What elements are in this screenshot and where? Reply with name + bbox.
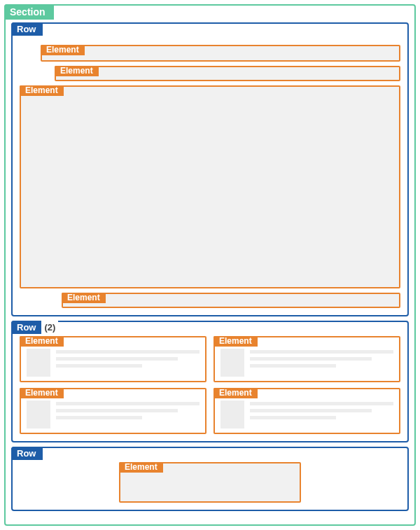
row-3: Row Element — [11, 447, 409, 511]
row-1: Row Element Element Element Element — [11, 22, 409, 316]
row-2-columns: Element Element — [20, 336, 400, 434]
row-3-element-1: Element — [119, 462, 301, 503]
placeholder-thumb — [220, 349, 244, 377]
placeholder-line — [250, 416, 336, 419]
placeholder-text — [56, 400, 200, 428]
row-2-col-left: Element Element — [20, 336, 206, 434]
placeholder-thumb — [27, 349, 50, 377]
row-1-element-1: Element — [41, 45, 400, 62]
placeholder-content — [220, 400, 393, 428]
row-2: Row (2) Element Element — [11, 321, 409, 442]
element-label: Element — [214, 388, 258, 398]
placeholder-line — [250, 350, 393, 354]
element-label: Element — [41, 45, 85, 55]
placeholder-line — [250, 402, 393, 405]
row-2-element-1: Element — [20, 336, 206, 382]
element-label: Element — [214, 336, 258, 347]
element-label: Element — [119, 462, 163, 473]
row-3-label: Row — [11, 447, 43, 460]
placeholder-text — [250, 400, 393, 428]
placeholder-content — [27, 400, 200, 428]
placeholder-text — [250, 349, 393, 377]
placeholder-thumb — [27, 400, 50, 428]
row-2-element-4: Element — [214, 388, 400, 434]
placeholder-line — [250, 409, 372, 412]
row-1-label: Row — [11, 22, 43, 36]
placeholder-line — [250, 364, 336, 368]
placeholder-line — [56, 357, 178, 361]
row-1-element-2: Element — [55, 66, 400, 81]
placeholder-content — [220, 349, 393, 377]
element-label: Element — [20, 336, 64, 347]
row-1-element-4: Element — [62, 293, 400, 308]
section-container: Section Row Element Element Element Elem… — [4, 4, 416, 526]
placeholder-thumb — [220, 400, 244, 428]
placeholder-text — [56, 349, 200, 377]
element-label: Element — [20, 388, 64, 398]
placeholder-line — [250, 357, 372, 361]
element-label: Element — [55, 66, 99, 76]
row-2-element-2: Element — [20, 388, 206, 434]
placeholder-line — [56, 416, 142, 419]
placeholder-line — [56, 364, 142, 368]
row-2-col-right: Element Element — [214, 336, 400, 434]
placeholder-line — [56, 350, 200, 354]
placeholder-line — [56, 402, 200, 405]
placeholder-line — [56, 409, 178, 412]
element-label: Element — [20, 85, 64, 96]
row-2-label-wrap: Row (2) — [11, 321, 58, 334]
row-2-label: Row — [11, 321, 41, 334]
element-label: Element — [62, 293, 106, 303]
placeholder-content — [27, 349, 200, 377]
row-1-element-3: Element — [20, 85, 400, 288]
section-label: Section — [4, 4, 54, 20]
row-2-label-suffix: (2) — [41, 321, 58, 334]
row-2-element-3: Element — [214, 336, 400, 382]
